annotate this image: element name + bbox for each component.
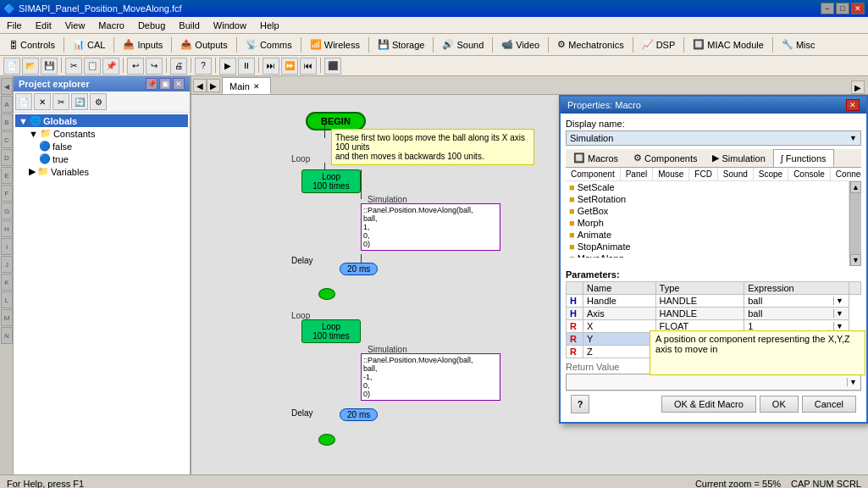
menu-file[interactable]: File xyxy=(0,19,29,32)
menu-edit[interactable]: Edit xyxy=(29,19,58,32)
scroll-down[interactable]: ▼ xyxy=(850,254,861,266)
paste-btn[interactable]: 📌 xyxy=(102,58,119,75)
toolbar-sound[interactable]: 🔊Sound xyxy=(437,36,489,53)
explorer-close[interactable]: ✕ xyxy=(173,78,185,90)
menu-window[interactable]: Window xyxy=(207,19,253,32)
exp-refresh[interactable]: 🔄 xyxy=(71,93,88,110)
dialog-tab-functions[interactable]: ∫ Functions xyxy=(773,149,834,167)
subtab-console[interactable]: Console xyxy=(788,168,831,180)
explorer-pin[interactable]: 📌 xyxy=(146,78,158,90)
func-movealong[interactable]: ■ MoveAlong xyxy=(566,252,849,258)
toolbar-comms[interactable]: 📡Comms xyxy=(240,36,297,53)
lp-icon-14[interactable]: M xyxy=(1,309,13,326)
subtab-connection[interactable]: Connection xyxy=(831,168,861,180)
display-name-input[interactable]: Simulation ▼ xyxy=(566,130,861,146)
lp-icon-1[interactable]: ◀ xyxy=(1,78,13,95)
ok-edit-macro-btn[interactable]: OK & Edit Macro xyxy=(661,396,756,413)
redo-btn[interactable]: ↪ xyxy=(146,58,163,75)
toolbar-inputs[interactable]: 📥Inputs xyxy=(118,36,168,53)
tree-true[interactable]: 🔵 true xyxy=(15,152,188,165)
dropdown-arrow[interactable]: ▼ xyxy=(849,134,857,142)
ok-btn[interactable]: OK xyxy=(760,396,799,413)
scroll-up[interactable]: ▲ xyxy=(850,181,861,193)
lp-icon-13[interactable]: L xyxy=(1,291,13,308)
print-btn[interactable]: 🖨 xyxy=(170,58,187,75)
menu-help[interactable]: Help xyxy=(253,19,286,32)
menu-macro[interactable]: Macro xyxy=(91,19,131,32)
lp-icon-5[interactable]: D xyxy=(1,149,13,166)
toolbar-misc[interactable]: 🔧Misc xyxy=(777,36,821,53)
func-morph[interactable]: ■ Morph xyxy=(566,217,849,229)
toolbar-miac[interactable]: 🔲MIAC Module xyxy=(688,36,769,53)
open-btn[interactable]: 📂 xyxy=(22,58,39,75)
return-value-input[interactable]: ▼ xyxy=(566,374,861,391)
exp-delete[interactable]: ✕ xyxy=(34,93,51,110)
dialog-close-btn[interactable]: ✕ xyxy=(846,99,860,111)
subtab-fcd[interactable]: FCD xyxy=(689,168,718,180)
sim1-box[interactable]: ::Panel.Position.MoveAlong(ball,ball,1,0… xyxy=(361,203,500,251)
toolbar-controls[interactable]: 🎛Controls xyxy=(3,37,60,53)
menu-debug[interactable]: Debug xyxy=(131,19,172,32)
tree-variables[interactable]: ▶ 📁 Variables xyxy=(15,165,188,178)
exp-add[interactable]: 📄 xyxy=(15,93,32,110)
param-row-axis[interactable]: H Axis HANDLE ball ▼ xyxy=(567,308,861,320)
lp-icon-11[interactable]: J xyxy=(1,256,13,273)
param-axis-dropdown[interactable]: ▼ xyxy=(833,309,845,318)
canvas-content[interactable]: BEGIN These first two loops move the bal… xyxy=(191,95,868,474)
func-stopanimate[interactable]: ■ StopAnimate xyxy=(566,241,849,252)
param-axis-value[interactable]: ball ▼ xyxy=(744,308,849,320)
nav-left[interactable]: ◀ xyxy=(193,79,207,92)
step3-btn[interactable]: ⏮ xyxy=(300,58,317,75)
tree-constants[interactable]: ▼ 📁 Constants xyxy=(15,127,188,140)
save-btn[interactable]: 💾 xyxy=(41,58,58,75)
toolbar-video[interactable]: 📹Video xyxy=(496,36,545,53)
param-handle-value[interactable]: ball ▼ xyxy=(744,295,849,308)
func-getbox[interactable]: ■ GetBox xyxy=(566,205,849,217)
lp-icon-8[interactable]: G xyxy=(1,202,13,219)
pause-btn[interactable]: ⏸ xyxy=(238,58,255,75)
new-btn[interactable]: 📄 xyxy=(3,58,20,75)
copy-btn[interactable]: 📋 xyxy=(84,58,101,75)
tree-false[interactable]: 🔵 false xyxy=(15,140,188,152)
toolbar-wireless[interactable]: 📶Wireless xyxy=(305,36,365,53)
param-row-handle[interactable]: H Handle HANDLE ball ▼ xyxy=(567,295,861,308)
dialog-tab-macros[interactable]: 🔲 Macros xyxy=(566,149,626,167)
dialog-help-btn[interactable]: ? xyxy=(571,395,589,413)
cut-btn[interactable]: ✂ xyxy=(65,58,82,75)
lp-icon-3[interactable]: B xyxy=(1,114,13,130)
sim2-box[interactable]: ::Panel.Position.MoveAlong(ball,ball,-1,… xyxy=(361,353,500,401)
undo-btn[interactable]: ↩ xyxy=(127,58,144,75)
nav-right[interactable]: ▶ xyxy=(207,79,220,92)
menu-build[interactable]: Build xyxy=(172,19,206,32)
subtab-mouse[interactable]: Mouse xyxy=(653,168,689,180)
maximize-button[interactable]: □ xyxy=(836,3,849,14)
explorer-float[interactable]: ▣ xyxy=(159,78,171,90)
dialog-tab-components[interactable]: ⚙ Components xyxy=(626,149,705,167)
exp-settings[interactable]: ⚙ xyxy=(90,93,107,110)
dialog-title-bar[interactable]: Properties: Macro ✕ xyxy=(561,97,866,114)
lp-icon-12[interactable]: K xyxy=(1,274,13,291)
loop1-block[interactable]: Loop100 times xyxy=(301,169,361,193)
run-btn[interactable]: ▶ xyxy=(219,58,236,75)
step-btn[interactable]: ⏭ xyxy=(263,58,279,75)
param-handle-dropdown[interactable]: ▼ xyxy=(833,297,845,305)
func-setscale[interactable]: ■ SetScale xyxy=(566,181,849,193)
delay2-box[interactable]: 20 ms xyxy=(340,408,378,421)
cancel-btn[interactable]: Cancel xyxy=(802,396,856,413)
scroll-thumb[interactable] xyxy=(850,193,861,254)
lp-icon-4[interactable]: C xyxy=(1,131,13,148)
lp-icon-10[interactable]: I xyxy=(1,238,13,255)
minimize-button[interactable]: − xyxy=(821,3,834,14)
lp-icon-9[interactable]: H xyxy=(1,220,13,237)
func-animate[interactable]: ■ Animate xyxy=(566,229,849,241)
help2-btn[interactable]: ? xyxy=(195,58,212,75)
subtab-panel[interactable]: Panel xyxy=(621,168,654,180)
lp-icon-2[interactable]: A xyxy=(1,96,13,113)
subtab-component[interactable]: Component xyxy=(566,168,621,180)
toolbar-mechatronics[interactable]: ⚙Mechatronics xyxy=(552,36,628,53)
loop2-block[interactable]: Loop100 times xyxy=(301,319,361,343)
param-x-dropdown[interactable]: ▼ xyxy=(833,322,845,330)
dialog-tab-simulation[interactable]: ▶ Simulation xyxy=(705,149,772,167)
toolbar-cal[interactable]: 📊CAL xyxy=(68,36,110,53)
toolbar-dsp[interactable]: 📈DSP xyxy=(637,36,681,53)
